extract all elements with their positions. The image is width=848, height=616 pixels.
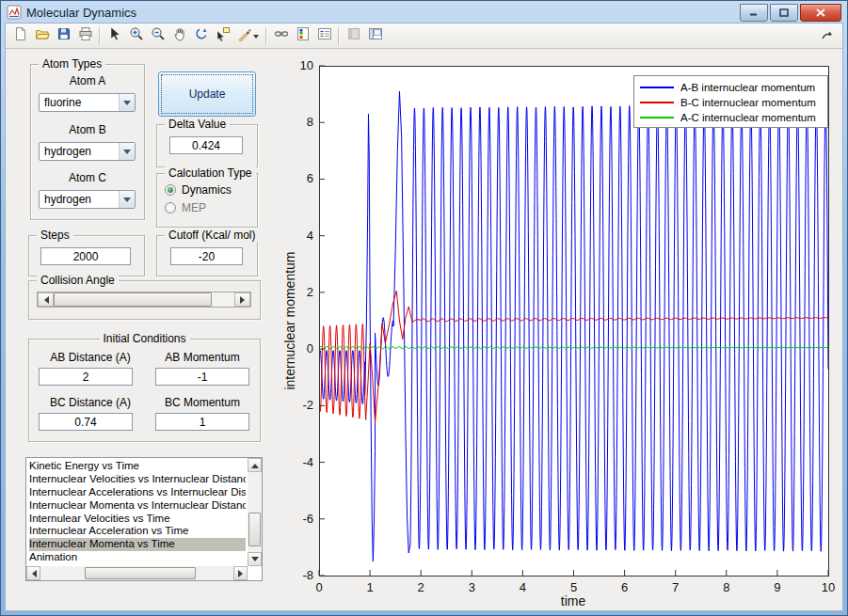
- radio-mep-circle[interactable]: [165, 202, 176, 213]
- title-bar[interactable]: Molecular Dynamics: [2, 2, 846, 23]
- y-tick-label: 6: [307, 171, 313, 185]
- maximize-button[interactable]: [770, 4, 798, 22]
- plot-legend[interactable]: A-B internuclear momentumB-C internuclea…: [633, 75, 828, 128]
- x-tick-label: 9: [774, 580, 780, 594]
- list-item[interactable]: Kinetic Energy vs Time: [29, 460, 246, 473]
- list-item[interactable]: Internuclear Velocities vs Internuclear …: [29, 473, 246, 486]
- steps-title: Steps: [37, 229, 73, 242]
- printer-icon: [78, 26, 93, 45]
- scroll-right-arrow[interactable]: [233, 566, 248, 580]
- atom-a-dropdown-arrow-icon[interactable]: [119, 94, 135, 111]
- radio-mep[interactable]: MEP: [165, 201, 206, 214]
- atom-b-dropdown[interactable]: hydrogen: [39, 142, 136, 161]
- collision-angle-title: Collision Angle: [37, 274, 119, 287]
- pan-button[interactable]: [168, 25, 190, 46]
- new-figure-icon: [13, 26, 28, 45]
- list-item[interactable]: Internuclear Momenta vs Internuclear Dis…: [29, 499, 246, 513]
- brush-data-button[interactable]: [233, 25, 263, 46]
- list-item[interactable]: Internuclear Acceleration vs Time: [29, 525, 246, 538]
- save-figure-button[interactable]: [53, 25, 74, 46]
- atom-b-label: Atom B: [31, 123, 144, 136]
- bc-momentum-input[interactable]: [155, 413, 249, 431]
- toolbar-overflow-icon[interactable]: [816, 25, 838, 46]
- slider-left-arrow[interactable]: [38, 292, 54, 307]
- x-tick-label: 10: [822, 580, 835, 594]
- list-item[interactable]: Internuclear Accelerations vs Internucle…: [29, 486, 246, 499]
- ab-momentum-input[interactable]: [155, 368, 249, 386]
- atom-c-value: hydrogen: [40, 193, 119, 206]
- plot-type-listbox[interactable]: Kinetic Energy vs TimeInternuclear Veloc…: [25, 457, 263, 581]
- bc-distance-input[interactable]: [39, 413, 133, 431]
- legend-entry: A-C internuclear momentum: [640, 110, 827, 125]
- data-cursor-icon: [216, 26, 231, 45]
- x-tick-label: 4: [520, 580, 526, 594]
- toolbar: [6, 24, 842, 49]
- x-tick-label: 5: [570, 580, 577, 594]
- delta-value-input[interactable]: [169, 136, 243, 154]
- y-tick-label: -4: [302, 455, 313, 469]
- edit-plot-button[interactable]: [104, 25, 125, 46]
- rotate-3d-button[interactable]: [190, 25, 212, 46]
- slider-thumb[interactable]: [54, 292, 212, 307]
- open-file-button[interactable]: [31, 25, 53, 46]
- atom-a-dropdown[interactable]: fluorine: [39, 93, 136, 112]
- y-tick-label: 8: [307, 115, 313, 129]
- radio-dynamics-circle[interactable]: [165, 184, 176, 196]
- calculation-type-title: Calculation Type: [165, 166, 256, 180]
- insert-colorbar-button[interactable]: [292, 25, 313, 46]
- ab-distance-input[interactable]: [39, 368, 133, 386]
- show-plot-tools-button[interactable]: [364, 25, 386, 46]
- scroll-left-arrow[interactable]: [26, 566, 40, 580]
- radio-dynamics[interactable]: Dynamics: [165, 183, 232, 197]
- steps-input[interactable]: [40, 247, 131, 265]
- listbox-vertical-scrollbar[interactable]: [248, 458, 262, 566]
- bc-momentum-label: BC Momentum: [150, 396, 255, 409]
- insert-colorbar-icon: [296, 26, 311, 45]
- calculation-type-panel: Calculation Type Dynamics MEP: [156, 173, 258, 228]
- listbox-horizontal-scrollbar[interactable]: [26, 566, 248, 580]
- horizontal-scroll-thumb[interactable]: [85, 567, 196, 579]
- legend-label: B-C internuclear momentum: [680, 97, 816, 108]
- new-figure-button[interactable]: [9, 25, 31, 46]
- list-item[interactable]: Internulear Velocities vs Time: [29, 513, 246, 526]
- update-button[interactable]: Update: [158, 71, 256, 117]
- ab-distance-label: AB Distance (A): [29, 351, 152, 364]
- list-item[interactable]: Animation: [29, 551, 246, 564]
- atom-a-label: Atom A: [31, 74, 144, 87]
- atom-c-dropdown[interactable]: hydrogen: [39, 190, 136, 209]
- link-plot-button[interactable]: [270, 25, 292, 46]
- minimize-button[interactable]: [740, 4, 768, 22]
- toolbar-separator: [99, 27, 101, 45]
- insert-legend-button[interactable]: [313, 25, 335, 46]
- window-title: Molecular Dynamics: [26, 6, 136, 20]
- brush-dropdown-icon[interactable]: [253, 35, 259, 41]
- hide-plot-tools-button[interactable]: [343, 25, 364, 46]
- data-cursor-button[interactable]: [212, 25, 233, 46]
- y-tick-label: -2: [302, 398, 313, 412]
- cutoff-input[interactable]: [170, 247, 243, 265]
- collision-angle-panel: Collision Angle: [28, 280, 261, 320]
- radio-mep-label: MEP: [182, 201, 206, 214]
- delta-value-title: Delta Value: [165, 118, 230, 131]
- print-figure-button[interactable]: [74, 25, 96, 46]
- atom-b-dropdown-arrow-icon[interactable]: [119, 143, 135, 160]
- zoom-in-button[interactable]: [125, 25, 147, 46]
- collision-angle-slider[interactable]: [37, 292, 251, 308]
- list-item[interactable]: Internuclear Momenta vs Time: [29, 538, 246, 551]
- slider-right-arrow[interactable]: [234, 292, 250, 307]
- plot-type-list: Kinetic Energy vs TimeInternuclear Veloc…: [29, 460, 246, 564]
- scroll-down-arrow[interactable]: [248, 552, 262, 566]
- legend-swatch: [640, 117, 674, 118]
- initial-conditions-panel: Initial Conditions AB Distance (A) AB Mo…: [28, 339, 261, 442]
- zoom-out-button[interactable]: [147, 25, 168, 46]
- y-tick-label: -6: [302, 512, 313, 526]
- atom-a-value: fluorine: [40, 96, 119, 109]
- scroll-up-arrow[interactable]: [248, 458, 262, 472]
- atom-c-label: Atom C: [31, 171, 144, 184]
- link-plot-icon: [274, 26, 289, 45]
- rotate-icon: [194, 26, 209, 45]
- close-button[interactable]: [800, 4, 841, 22]
- vertical-scroll-thumb[interactable]: [248, 513, 261, 546]
- atom-c-dropdown-arrow-icon[interactable]: [119, 191, 135, 208]
- zoom-out-icon: [151, 26, 166, 45]
